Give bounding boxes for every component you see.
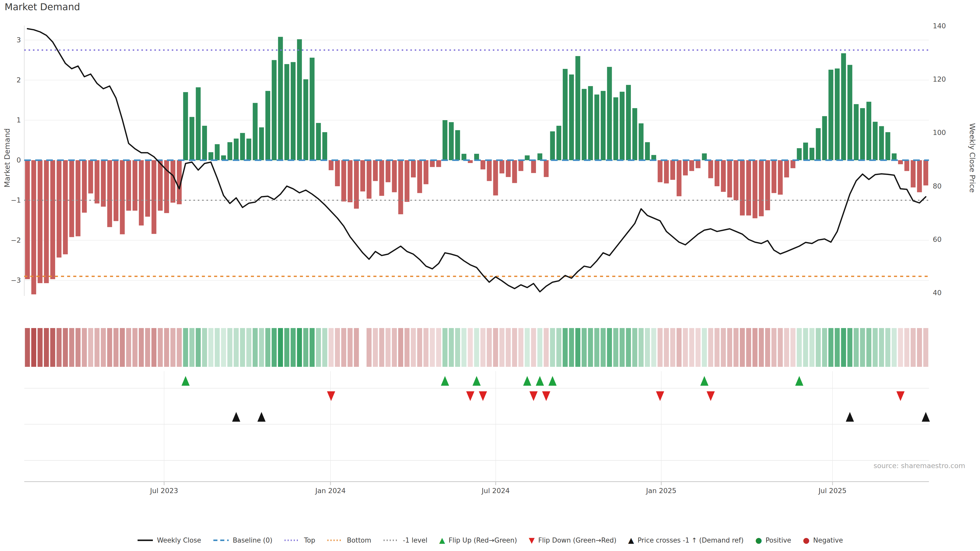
heatmap-cell <box>651 328 656 367</box>
heatmap-cell <box>506 328 511 367</box>
right-tick-label: 100 <box>933 129 946 136</box>
demand-bar <box>196 87 200 160</box>
heatmap-cell <box>772 328 776 367</box>
heatmap-cell <box>645 328 650 367</box>
demand-bar <box>708 160 713 178</box>
demand-bar <box>658 160 662 182</box>
demand-bar <box>740 160 745 216</box>
demand-bar <box>879 126 884 160</box>
demand-bar <box>752 160 757 218</box>
demand-bar <box>38 160 42 283</box>
x-tick-label: Jul 2024 <box>482 487 510 494</box>
heatmap-cell <box>829 328 834 367</box>
legend-label: Top <box>304 537 315 544</box>
demand-bar <box>50 160 55 279</box>
demand-bar <box>145 160 150 217</box>
heatmap-cell <box>468 328 473 367</box>
heatmap-cell <box>221 328 226 367</box>
demand-bar <box>386 160 390 182</box>
demand-bar <box>607 67 612 160</box>
demand-bar <box>588 86 593 160</box>
heatmap-cell <box>810 328 815 367</box>
heatmap-cell <box>139 328 144 367</box>
demand-bar <box>487 160 492 181</box>
flip-down-marker-icon <box>656 391 664 401</box>
heatmap-cell <box>480 328 485 367</box>
heatmap-cell <box>158 328 163 367</box>
heatmap-cell <box>752 328 757 367</box>
demand-bar <box>44 160 49 283</box>
demand-bar <box>512 160 517 183</box>
flip-up-marker-icon <box>536 376 544 386</box>
heatmap-cell <box>670 328 675 367</box>
demand-bar <box>816 128 821 160</box>
legend-item: ●Positive <box>756 537 791 544</box>
demand-bar <box>721 160 726 192</box>
legend-item: Weekly Close <box>137 537 201 544</box>
heatmap-cell <box>689 328 694 367</box>
demand-bar <box>202 126 207 160</box>
heatmap-cell <box>461 328 466 367</box>
heatmap-cell <box>778 328 783 367</box>
heatmap-cell <box>398 328 403 367</box>
heatmap-cell <box>866 328 872 367</box>
heatmap-cell <box>202 328 207 367</box>
heatmap-cell <box>94 328 100 367</box>
heatmap-cell <box>69 328 74 367</box>
heatmap-cell <box>563 328 568 367</box>
heatmap-cell <box>582 328 587 367</box>
demand-bar <box>480 160 485 169</box>
legend-line-dashed-icon <box>213 539 229 542</box>
heatmap-cell <box>733 328 738 367</box>
demand-bar <box>582 89 587 160</box>
heatmap-cell <box>291 328 296 367</box>
legend-item: Bottom <box>327 537 371 544</box>
heatmap-cell <box>797 328 802 367</box>
heatmap-cell <box>341 328 346 367</box>
demand-bar <box>500 160 504 173</box>
demand-bar <box>183 92 188 160</box>
demand-bar <box>639 124 644 160</box>
demand-bar <box>696 160 700 168</box>
flip-down-marker-icon <box>327 391 335 401</box>
heatmap-cell <box>228 328 232 367</box>
heatmap-cell <box>683 328 688 367</box>
heatmap-cell <box>873 328 878 367</box>
demand-bar <box>316 123 321 160</box>
heatmap-cell <box>392 328 397 367</box>
heatmap-cell <box>575 328 580 367</box>
demand-bar <box>310 58 314 160</box>
legend-triangle-down-icon: ▼ <box>529 537 535 544</box>
legend-label: Negative <box>813 537 843 544</box>
heatmap-cell <box>272 328 277 367</box>
heatmap-cell <box>714 328 720 367</box>
heatmap-cell <box>569 328 574 367</box>
demand-bar <box>860 108 865 160</box>
demand-bar <box>132 160 137 211</box>
heatmap-cell <box>658 328 663 367</box>
heatmap-cell <box>246 328 251 367</box>
heatmap-cell <box>354 328 359 367</box>
legend-item: Baseline (0) <box>213 537 272 544</box>
flip-up-marker-icon <box>795 376 803 386</box>
right-tick-label: 40 <box>933 289 942 296</box>
demand-bar <box>670 160 675 180</box>
heatmap-cell <box>455 328 460 367</box>
heatmap-cell <box>822 328 827 367</box>
heatmap-cell <box>386 328 391 367</box>
demand-bar <box>341 160 346 202</box>
demand-bar <box>253 103 258 160</box>
demand-bar <box>455 130 460 160</box>
demand-bar <box>803 143 808 160</box>
heatmap-cell <box>266 328 270 367</box>
heatmap-cell <box>379 328 384 367</box>
demand-bar <box>329 160 334 170</box>
heatmap-cell <box>784 328 789 367</box>
flip-up-marker-icon <box>523 376 531 386</box>
heatmap-cell <box>322 328 328 367</box>
heatmap-cell <box>297 328 302 367</box>
legend-label: Flip Down (Green→Red) <box>538 537 616 544</box>
heatmap-cell <box>151 328 156 367</box>
demand-bar <box>841 53 846 160</box>
demand-bar <box>563 69 568 160</box>
